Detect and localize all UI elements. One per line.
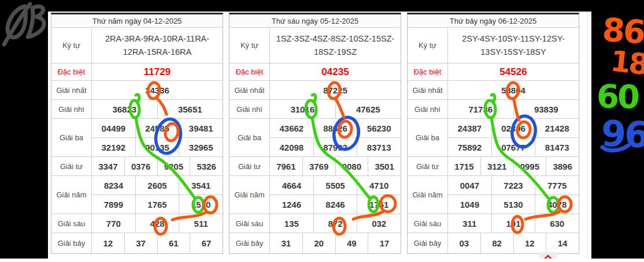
prize-value: 4078 — [535, 195, 579, 214]
prize-value: 1049 — [448, 195, 491, 214]
prize-value: 58804 — [448, 81, 579, 99]
prize-value: 1510 — [179, 195, 223, 214]
prize-value: 4710 — [357, 176, 401, 194]
prize-label: Giải tư — [408, 157, 448, 175]
prize-label-special: Đặc biệt — [51, 63, 92, 80]
prize-value: 42098 — [270, 138, 313, 156]
prize-label: Giải bảy — [230, 233, 270, 253]
bottom-strip — [0, 259, 644, 262]
prize-value: 770 — [92, 214, 135, 233]
table-date-header: Thứ sáu ngày 05-12-2025 — [230, 14, 401, 28]
table-date-header: Thứ bảy ngày 06-12-2025 — [408, 14, 579, 28]
prize-value: 1765 — [135, 195, 179, 214]
prize-value: 1761 — [357, 195, 401, 214]
prize-value: 24387 — [448, 119, 491, 137]
prize-value: 31 — [270, 233, 302, 253]
prize-value: 135 — [270, 214, 313, 233]
prize-value: 81473 — [535, 138, 579, 156]
prize-value: 03 — [448, 233, 480, 253]
prize-value: 3769 — [302, 157, 335, 175]
prize-value: 191 — [491, 214, 535, 233]
prize-value: 12 — [513, 233, 546, 253]
prize-label: Giải nhất — [408, 81, 448, 99]
prize-label: Giải năm — [230, 176, 270, 214]
prize-value: 1246 — [270, 195, 313, 214]
prize-value: 1715 — [448, 157, 480, 175]
prize-value: 8246 — [313, 195, 357, 214]
prize-value: 47625 — [335, 100, 401, 118]
prize-value: 32192 — [92, 138, 135, 156]
prize-value: 0995 — [513, 157, 546, 175]
prize-value: 311 — [448, 214, 491, 233]
prize-value: 032 — [357, 214, 401, 233]
symbols-value: 2SY-4SY-10SY-11SY-12SY-13SY-15SY-18SY — [448, 28, 579, 63]
prize-value: 21428 — [535, 119, 579, 137]
prize-value: 07677 — [491, 138, 535, 156]
prize-label: Giải năm — [51, 176, 92, 214]
symbols-value: 1SZ-3SZ-4SZ-8SZ-10SZ-15SZ-18SZ-19SZ — [270, 28, 401, 63]
prize-value: 4664 — [270, 176, 313, 194]
prize-label: Giải nhì — [408, 100, 448, 118]
prize-value: 34336 — [92, 81, 223, 99]
prize-label: Giải ba — [51, 119, 92, 156]
prize-value: 7961 — [270, 157, 302, 175]
prize-value: 88626 — [313, 119, 357, 137]
prize-value: 3347 — [92, 157, 124, 175]
prize-label-special: Đặc biệt — [230, 63, 270, 80]
prize-value: 0080 — [335, 157, 368, 175]
prize-value: 7223 — [491, 176, 535, 194]
prize-value: 67 — [190, 233, 223, 253]
prize-value: 7775 — [535, 176, 579, 194]
special-prize-value: 11729 — [92, 63, 223, 80]
prize-value: 49 — [335, 233, 368, 253]
prize-label: Ký tự — [51, 28, 92, 63]
prize-value: 39481 — [179, 119, 223, 137]
results-page: Thứ năm ngày 04-12-2025 Ký tự 2RA-3RA-9R… — [48, 12, 591, 262]
prize-value: 36823 — [92, 100, 157, 118]
prize-label: Giải nhất — [230, 81, 270, 99]
prize-label: Giải tư — [230, 157, 270, 175]
prize-value: 87225 — [270, 81, 401, 99]
prize-value: 43662 — [270, 119, 313, 137]
prize-value: 3501 — [368, 157, 401, 175]
prize-value: 511 — [179, 214, 223, 233]
prize-value: 04499 — [92, 119, 135, 137]
table-date-header: Thứ năm ngày 04-12-2025 — [51, 14, 223, 28]
prize-value: 82 — [480, 233, 513, 253]
prize-value: 3896 — [546, 157, 579, 175]
prize-value: 20 — [302, 233, 335, 253]
prize-value: 428 — [135, 214, 179, 233]
prize-label: Giải tư — [51, 157, 92, 175]
prediction-number-1: 86 — [601, 14, 644, 49]
prize-value: 90135 — [135, 138, 179, 156]
prize-value: 630 — [535, 214, 579, 233]
result-table-day3: Thứ bảy ngày 06-12-2025 Ký tự 2SY-4SY-10… — [407, 13, 579, 254]
prize-value: 9205 — [157, 157, 190, 175]
prize-label: Giải nhì — [230, 100, 270, 118]
db-handwriting — [4, 4, 44, 44]
prize-value: 87992 — [313, 138, 357, 156]
scrollbar[interactable] — [587, 12, 588, 259]
prize-value: 37 — [124, 233, 157, 253]
prediction-number-4: 96 — [601, 116, 644, 154]
prize-label-special: Đặc biệt — [408, 63, 448, 80]
result-table-day2: Thứ sáu ngày 05-12-2025 Ký tự 1SZ-3SZ-4S… — [229, 13, 401, 254]
prize-value: 5130 — [491, 195, 535, 214]
prize-value: 32965 — [179, 138, 223, 156]
special-prize-value: 54526 — [448, 63, 579, 80]
prize-value: 83713 — [357, 138, 401, 156]
prize-label: Giải sáu — [408, 214, 448, 233]
result-table-day1: Thứ năm ngày 04-12-2025 Ký tự 2RA-3RA-9R… — [51, 13, 223, 254]
prize-label: Ký tự — [408, 28, 448, 63]
prize-label: Giải sáu — [51, 214, 92, 233]
prize-value: 2605 — [135, 176, 179, 194]
prize-value: 56230 — [357, 119, 401, 137]
prediction-number-3: 60 — [597, 80, 639, 113]
prize-value: 35651 — [157, 100, 223, 118]
prize-label: Giải nhất — [51, 81, 92, 99]
prize-label: Giải ba — [408, 119, 448, 156]
prediction-number-2: 18 — [609, 47, 644, 79]
prize-value: 872 — [313, 214, 357, 233]
prize-value: 7899 — [92, 195, 135, 214]
prize-value: 61 — [157, 233, 190, 253]
